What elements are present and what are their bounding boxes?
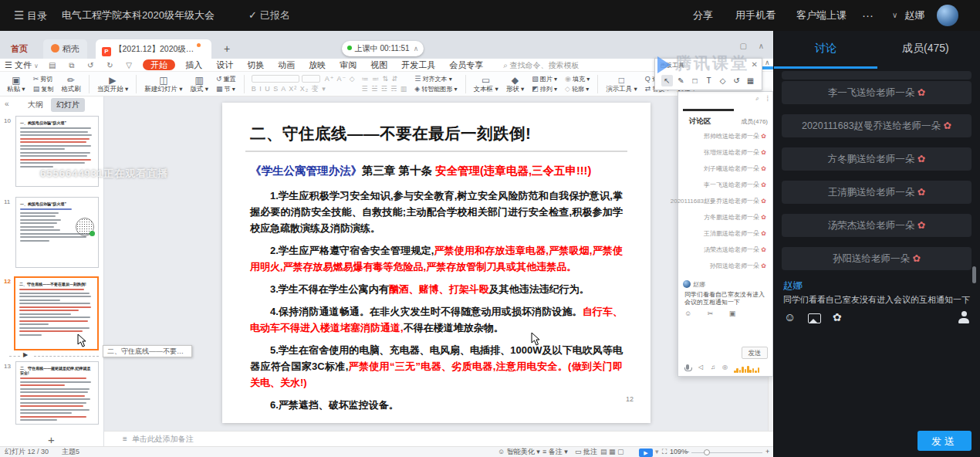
- image-icon[interactable]: [808, 313, 821, 323]
- view-mode-icons[interactable]: ▤ ▦ ▢: [600, 447, 624, 457]
- menu-动画[interactable]: 动画: [271, 59, 302, 71]
- slideshow-dropdown[interactable]: ▾: [655, 447, 659, 457]
- tab-slides[interactable]: 幻灯片: [51, 98, 85, 112]
- username[interactable]: 赵娜: [904, 0, 924, 31]
- record-icon[interactable]: ◎: [722, 364, 728, 371]
- more-dots-icon[interactable]: ⁞: [766, 95, 769, 103]
- tab-document[interactable]: P【2021.12】2020级年级大会2.0: [96, 39, 211, 59]
- hamburger-menu[interactable]: ☰ 目录: [14, 0, 47, 31]
- send-button[interactable]: 发送: [917, 431, 972, 451]
- toolbar-图片[interactable]: ▧图片 ▾: [532, 74, 557, 84]
- slideshow-button[interactable]: ▶: [639, 449, 653, 457]
- menu-会员专享[interactable]: 会员专享: [442, 59, 490, 71]
- insert-slide-indicator[interactable]: ▶: [0, 351, 104, 361]
- toolbar-复制[interactable]: ▤复制: [33, 84, 54, 94]
- avatar[interactable]: [937, 5, 958, 26]
- new-tab-button[interactable]: +: [216, 39, 238, 59]
- toolbar-stack[interactable]: ☰对齐文本 ▾◈转智能图形 ▾: [414, 74, 457, 94]
- member-raise-icon[interactable]: [958, 311, 972, 324]
- zoom-slider-knob[interactable]: [704, 449, 710, 455]
- tab-home[interactable]: 首页: [3, 39, 35, 59]
- toolbar-stack[interactable]: ✂剪切▤复制: [33, 74, 54, 94]
- mini-chat-input-icons[interactable]: ☺ ✂ ▣: [684, 310, 742, 317]
- slide-thumbnail-10[interactable]: 一、构筑电信诈骗“防火墙”: [15, 116, 99, 187]
- paragraph-align-icons[interactable]: ≔ ≕ ⇅ ⇵☰ ☱ ☲ ☴ ▥: [362, 74, 408, 94]
- toolbar-新建幻灯片[interactable]: ◫新建幻灯片 ▾: [144, 76, 182, 93]
- toolbar-粘贴[interactable]: ▣粘贴 ▾: [7, 76, 25, 93]
- menu-开发工具[interactable]: 开发工具: [394, 59, 442, 71]
- command-search[interactable]: ⌕ 查找命令、搜索模板: [503, 61, 579, 69]
- toolbar-版式[interactable]: ▥版式 ▾: [190, 76, 208, 93]
- slide-thumbnail-12[interactable]: 二、守住底线——不要在最后一刻跌倒!: [14, 276, 99, 350]
- toolbar-形状[interactable]: ◆形状 ▾: [506, 76, 525, 93]
- quick-access-icons[interactable]: ▤ ⧉ ↺ ↻ ▽: [49, 61, 137, 69]
- toolbar-轮廓[interactable]: ◇轮廓 ▾: [565, 84, 590, 94]
- menu-插入[interactable]: 插入: [178, 59, 209, 71]
- current-slide[interactable]: 二、守住底线——不要在最后一刻跌倒! 《学生公寓管理办法》第三章 第十条 安全管…: [222, 103, 651, 423]
- toolbar-排列[interactable]: ◩排列 ▾: [532, 84, 557, 94]
- watch-on-phone-button[interactable]: 用手机看: [735, 0, 776, 31]
- toolbar-填充[interactable]: ◉填充 ▾: [565, 74, 590, 84]
- chevron-down-icon[interactable]: ∨: [892, 0, 897, 31]
- collapse-caret-icon[interactable]: ∧: [765, 59, 770, 66]
- font-controls[interactable]: A⁺ A⁻ ◇B I U S A X² X₂ 变 ▾: [252, 74, 356, 94]
- zoom-slider[interactable]: [691, 452, 762, 453]
- speaker-icon[interactable]: ◁: [698, 364, 703, 371]
- toolbar-重置[interactable]: ↺重置: [216, 74, 236, 84]
- menu-放映[interactable]: 放映: [302, 59, 333, 71]
- window-controls[interactable]: ▢ ∧: [739, 42, 769, 50]
- registered-badge[interactable]: ✓已报名: [248, 0, 290, 31]
- toolbar-当页开始[interactable]: ▶当页开始 ▾: [97, 76, 129, 93]
- collapse-panel-button[interactable]: «: [5, 100, 9, 108]
- menu-设计[interactable]: 设计: [209, 59, 240, 71]
- toolbar-演示工具[interactable]: □演示工具 ▾: [606, 76, 637, 93]
- close-icon[interactable]: ✕: [752, 60, 758, 69]
- annotation-toolbar[interactable]: 画板工具 ✕ ↖✎□T◇↺▦: [654, 58, 762, 90]
- toolbar-节[interactable]: ▦节 ▾: [216, 84, 236, 94]
- toolbar-转智能图形[interactable]: ◈转智能图形 ▾: [414, 84, 457, 94]
- notes-bar[interactable]: ≡单击此处添加备注: [104, 431, 773, 446]
- chat-scrollbar-thumb[interactable]: [972, 266, 976, 283]
- undo-tool-icon[interactable]: ↺: [731, 75, 742, 86]
- notes-toggle[interactable]: ≡ 备注 ▾: [542, 447, 568, 457]
- tab-outline[interactable]: 大纲: [28, 100, 43, 110]
- cursor-tool-icon[interactable]: ↖: [661, 75, 673, 86]
- slide-thumbnail-11[interactable]: 一、构筑电信诈骗“防火墙”: [15, 197, 99, 268]
- pin-icon[interactable]: ♀: [753, 94, 762, 103]
- tab-discussion[interactable]: 讨论: [815, 42, 836, 56]
- file-menu[interactable]: ☰ 文件 ∨: [5, 60, 39, 69]
- toolbar-stack[interactable]: ▧图片 ▾◩排列 ▾: [532, 74, 557, 94]
- toolbar-格式刷[interactable]: ✏格式刷: [61, 76, 81, 93]
- zoom-out-button[interactable]: −: [685, 447, 689, 457]
- rect-tool-icon[interactable]: □: [689, 75, 701, 86]
- slide-thumbnail-13[interactable]: 二、守住底线——规矩就是纪律,纪律就是安全!: [15, 361, 99, 425]
- share-button[interactable]: 分享: [693, 0, 713, 31]
- beautify-button[interactable]: ☺ 智能美化 ▾: [498, 447, 540, 457]
- emoji-icon[interactable]: ☺: [784, 310, 796, 323]
- menu-切换[interactable]: 切换: [240, 59, 271, 71]
- menu-视图[interactable]: 视图: [363, 59, 394, 71]
- toolbar-stack[interactable]: ◉填充 ▾◇轮廓 ▾: [565, 74, 590, 94]
- flower-gift-icon[interactable]: ✿: [833, 311, 842, 323]
- client-class-button[interactable]: 客户端上课: [796, 0, 847, 31]
- board-tool-icon[interactable]: ▦: [745, 75, 756, 86]
- more-button[interactable]: ···: [862, 0, 874, 31]
- toolbar-stack[interactable]: ↺重置▦节 ▾: [216, 74, 236, 94]
- mini-chat-members[interactable]: 成员(476): [741, 117, 768, 126]
- eraser-tool-icon[interactable]: ◇: [717, 75, 728, 86]
- microphone-icon[interactable]: [686, 364, 689, 370]
- menu-开始[interactable]: 开始: [143, 59, 175, 70]
- fit-icon[interactable]: ⛶: [662, 447, 667, 457]
- pen-tool-icon[interactable]: ✎: [675, 75, 687, 86]
- class-timer-pill[interactable]: 上课中 00:11:51∧: [342, 41, 424, 56]
- comments-toggle[interactable]: ▭ 批注: [575, 447, 597, 457]
- tab-docer[interactable]: 稻壳: [43, 39, 87, 59]
- toolbar-文本框[interactable]: ▭文本框 ▾: [474, 76, 498, 93]
- toolbar-对齐文本[interactable]: ☰对齐文本 ▾: [414, 74, 457, 84]
- music-icon[interactable]: ♫: [711, 364, 715, 371]
- drag-handle[interactable]: [683, 109, 734, 111]
- menu-审阅[interactable]: 审阅: [333, 59, 363, 71]
- toolbar-剪切[interactable]: ✂剪切: [33, 74, 54, 84]
- add-slide-button[interactable]: +: [48, 433, 55, 446]
- zoom-in-button[interactable]: +: [765, 447, 769, 457]
